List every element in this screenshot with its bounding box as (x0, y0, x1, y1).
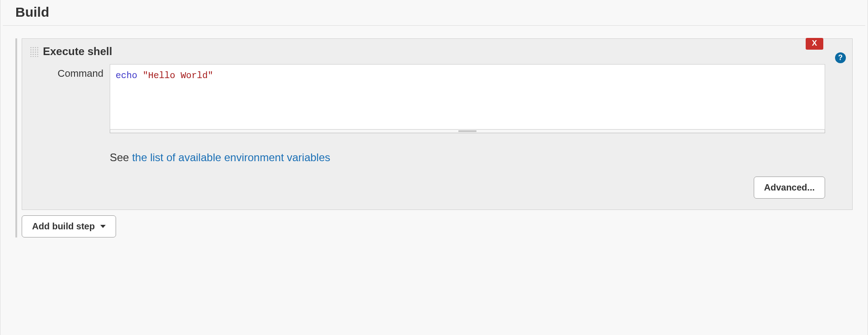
chevron-down-icon (100, 225, 106, 228)
add-build-step-button[interactable]: Add build step (22, 215, 116, 237)
step-title: Execute shell (43, 45, 112, 58)
env-vars-link[interactable]: the list of available environment variab… (132, 151, 330, 163)
command-editor-wrap: echo "Hello World" See the list of avail… (110, 64, 825, 199)
build-body: X ? Execute shell Command echo "Hello Wo… (15, 38, 853, 237)
build-config-page: Build X ? Execute shell Command echo "He… (0, 0, 868, 335)
command-label: Command (49, 64, 103, 79)
command-field-row: Command echo "Hello World" See the list … (49, 64, 825, 199)
execute-shell-step: X ? Execute shell Command echo "Hello Wo… (22, 38, 853, 210)
build-section: X ? Execute shell Command echo "Hello Wo… (3, 38, 865, 251)
code-keyword: echo (116, 70, 137, 81)
add-build-step-label: Add build step (32, 221, 95, 232)
command-input[interactable]: echo "Hello World" (110, 64, 825, 130)
advanced-button[interactable]: Advanced... (754, 177, 825, 199)
env-vars-help-text: See the list of available environment va… (110, 151, 825, 164)
build-section-title: Build (3, 0, 865, 26)
help-prefix: See (110, 151, 132, 163)
code-string: "Hello World" (143, 70, 213, 81)
add-step-row: Add build step (22, 215, 853, 237)
step-header: Execute shell (22, 39, 852, 64)
advanced-row: Advanced... (110, 177, 825, 199)
resize-handle[interactable] (110, 130, 825, 133)
drag-handle-icon[interactable] (29, 46, 38, 57)
step-content: Command echo "Hello World" See the list … (22, 64, 852, 209)
